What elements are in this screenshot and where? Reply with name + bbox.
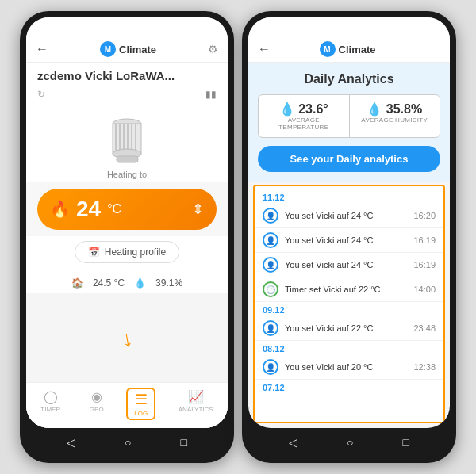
see-analytics-button[interactable]: See your Daily analytics bbox=[258, 146, 440, 172]
screen-content-left: zcdemo Vicki LoRaWA... ↻ ▮▮ bbox=[26, 63, 228, 428]
person-icon-2: 👤 bbox=[263, 232, 278, 248]
timer-icon-4: 🕐 bbox=[263, 281, 278, 297]
nav-label-geo: GEO bbox=[90, 406, 104, 413]
humidity-icon: 💧 bbox=[134, 277, 146, 289]
stat-temp-label: AVERAGE TEMPERATURE bbox=[267, 117, 341, 131]
log-entry-6: 👤 You set Vicki auf 20 °C 12:38 bbox=[255, 355, 443, 380]
nav-item-timer[interactable]: ◯ TIMER bbox=[34, 388, 67, 420]
flame-icon: 🔥 bbox=[50, 200, 70, 219]
logo-icon-right: M bbox=[320, 41, 336, 57]
recents-hardware-btn[interactable]: □ bbox=[181, 436, 187, 449]
analytics-header: Daily Analytics 💧 23.6° AVERAGE TEMPERAT… bbox=[248, 63, 450, 182]
top-nav-left: ← M Climate ⚙ bbox=[26, 36, 228, 63]
log-entry-2: 👤 You set Vicki auf 24 °C 16:19 bbox=[255, 228, 443, 253]
heating-label: Heating to bbox=[107, 170, 147, 179]
log-entry-3: 👤 You set Vicki auf 24 °C 16:19 bbox=[255, 253, 443, 277]
temp-control[interactable]: 🔥 24 °C ⇕ bbox=[37, 189, 217, 230]
log-time-4: 14:00 bbox=[413, 285, 436, 294]
radiator-container: Heating to bbox=[26, 103, 228, 182]
person-icon-6: 👤 bbox=[263, 359, 278, 375]
log-time-2: 16:19 bbox=[413, 235, 436, 245]
analytics-title: Daily Analytics bbox=[258, 72, 440, 86]
right-phone: ← M Climate Daily Analytics 💧 23.6° AVER… bbox=[242, 11, 456, 463]
geo-icon: ◉ bbox=[91, 389, 102, 404]
log-date-0712: 07.12 bbox=[255, 380, 443, 394]
settings-icon[interactable]: ⚙ bbox=[208, 43, 218, 55]
nav-item-analytics[interactable]: 📈 ANALYTICS bbox=[172, 388, 220, 420]
battery-icon: ▮▮ bbox=[205, 89, 217, 100]
device-name: zcdemo Vicki LoRaWA... bbox=[26, 63, 228, 86]
log-list: 11.12 👤 You set Vicki auf 24 °C 16:20 👤 … bbox=[253, 185, 445, 423]
bottom-nav-left: ◯ TIMER ◉ GEO ☰ LOG 📈 ANALYTICS bbox=[26, 382, 228, 428]
log-time-6: 12:38 bbox=[413, 362, 436, 372]
home-icon: 🏠 bbox=[71, 277, 83, 289]
svg-rect-9 bbox=[117, 156, 138, 162]
temp-value: 24 bbox=[76, 197, 101, 222]
log-entry-4: 🕐 Timer set Vicki auf 22 °C 14:00 bbox=[255, 277, 443, 302]
brand-logo-left: M Climate bbox=[100, 41, 156, 57]
device-status-row: ↻ ▮▮ bbox=[26, 86, 228, 103]
log-entry-1: 👤 You set Vicki auf 24 °C 16:20 bbox=[255, 204, 443, 228]
nav-item-log[interactable]: ☰ LOG bbox=[126, 388, 155, 420]
nav-label-timer: TIMER bbox=[40, 406, 60, 413]
person-icon-1: 👤 bbox=[263, 208, 278, 224]
recents-hardware-btn-r[interactable]: □ bbox=[403, 436, 409, 449]
log-time-5: 23:48 bbox=[413, 323, 436, 333]
nav-label-analytics: ANALYTICS bbox=[178, 406, 213, 413]
stat-humidity-label: AVERAGE HUMIDITY bbox=[358, 117, 432, 124]
log-text-6: You set Vicki auf 20 °C bbox=[285, 362, 373, 372]
back-button-right[interactable]: ← bbox=[258, 42, 271, 56]
temp-unit: °C bbox=[107, 202, 121, 216]
home-hardware-btn[interactable]: ○ bbox=[125, 436, 131, 449]
stat-temp-value: 💧 23.6° bbox=[267, 101, 341, 117]
status-bar-right bbox=[248, 17, 450, 36]
person-icon-5: 👤 bbox=[263, 320, 278, 336]
right-screen: ← M Climate Daily Analytics 💧 23.6° AVER… bbox=[248, 17, 450, 428]
log-text-5: You set Vicki auf 22 °C bbox=[285, 323, 373, 333]
log-entry-5: 👤 You set Vicki auf 22 °C 23:48 bbox=[255, 316, 443, 341]
humidity-drop-icon: 💧 bbox=[367, 102, 382, 116]
log-arrow-indicator: ↓ bbox=[119, 323, 135, 353]
person-icon-3: 👤 bbox=[263, 257, 278, 273]
log-date-0912: 09.12 bbox=[255, 302, 443, 316]
analytics-icon: 📈 bbox=[188, 389, 204, 404]
top-nav-right: ← M Climate bbox=[248, 36, 450, 63]
left-screen: ← M Climate ⚙ zcdemo Vicki LoRaWA... ↻ ▮… bbox=[26, 17, 228, 428]
temp-drop-icon: 💧 bbox=[279, 102, 295, 116]
refresh-icon[interactable]: ↻ bbox=[37, 89, 45, 100]
log-time-3: 16:19 bbox=[413, 260, 436, 269]
log-text-2: You set Vicki auf 24 °C bbox=[285, 235, 373, 245]
nav-label-log: LOG bbox=[134, 410, 148, 417]
nav-item-geo[interactable]: ◉ GEO bbox=[83, 388, 110, 420]
stat-humidity: 💧 35.8% AVERAGE HUMIDITY bbox=[350, 95, 440, 137]
stat-humidity-value: 💧 35.8% bbox=[358, 101, 432, 117]
back-button-left[interactable]: ← bbox=[36, 42, 48, 56]
log-text-4: Timer set Vicki auf 22 °C bbox=[285, 285, 381, 294]
home-hardware-btn-r[interactable]: ○ bbox=[347, 436, 353, 449]
radiator-icon bbox=[103, 111, 151, 166]
logo-icon-left: M bbox=[100, 41, 116, 57]
heating-profile-button[interactable]: 📅 Heating profile bbox=[75, 241, 179, 263]
timer-icon: ◯ bbox=[44, 389, 58, 404]
status-bar-left bbox=[26, 17, 228, 36]
log-time-1: 16:20 bbox=[413, 211, 436, 220]
stat-temperature: 💧 23.6° AVERAGE TEMPERATURE bbox=[259, 95, 350, 137]
analytics-stats-row: 💧 23.6° AVERAGE TEMPERATURE 💧 35.8% AVER… bbox=[258, 94, 440, 138]
temp-display: 🔥 24 °C bbox=[50, 197, 121, 222]
log-date-0812: 08.12 bbox=[255, 341, 443, 355]
log-text-1: You set Vicki auf 24 °C bbox=[285, 211, 373, 220]
home-temp: 24.5 °C bbox=[93, 277, 125, 289]
log-date-1112: 11.12 bbox=[255, 189, 443, 204]
calendar-icon: 📅 bbox=[88, 247, 100, 258]
phone-controls-right: ◁ ○ □ bbox=[248, 428, 450, 457]
brand-logo-right: M Climate bbox=[320, 41, 376, 57]
home-stats: 🏠 24.5 °C 💧 39.1% bbox=[26, 273, 228, 293]
log-icon: ☰ bbox=[135, 391, 148, 408]
temp-arrows[interactable]: ⇕ bbox=[192, 201, 204, 218]
back-hardware-btn[interactable]: ◁ bbox=[67, 436, 75, 449]
left-phone: ← M Climate ⚙ zcdemo Vicki LoRaWA... ↻ ▮… bbox=[20, 11, 234, 463]
log-text-3: You set Vicki auf 24 °C bbox=[285, 260, 373, 269]
home-humidity: 39.1% bbox=[155, 277, 182, 289]
phone-controls-left: ◁ ○ □ bbox=[26, 428, 228, 457]
back-hardware-btn-r[interactable]: ◁ bbox=[289, 436, 298, 449]
